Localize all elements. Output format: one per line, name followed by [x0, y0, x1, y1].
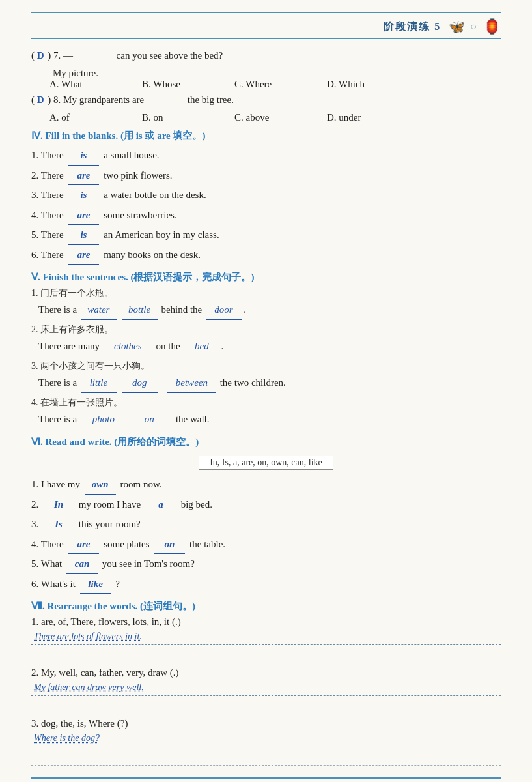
q7-choice-a: A. What [49, 79, 121, 90]
page-title: 阶段演练 5 [384, 20, 441, 34]
q7-choice-d: D. Which [327, 79, 399, 90]
circle-icon: ○ [470, 21, 477, 33]
q8-choice-b: B. on [142, 112, 214, 123]
q8-choice-a: A. of [49, 112, 121, 123]
section4-title: Ⅳ. Fill in the blanks. (用 is 或 are 填空。) [31, 130, 501, 142]
q8-answer-bracket: ( D ) [31, 94, 51, 105]
q7-sub: —My picture. [43, 68, 501, 79]
iv-item-3: 3. There is a water bottle on the desk. [31, 186, 501, 205]
vi-item-3: 3. Is this your room? [31, 515, 501, 534]
vi-item-4: 4. There are some plates on the table. [31, 535, 501, 555]
page-header: 阶段演练 5 🦋 ○ 🏮 [31, 18, 501, 39]
q8-choices: A. of B. on C. above D. under [49, 112, 501, 123]
vii-item-3: 3. dog, the, is, Where (?) Where is the … [31, 718, 501, 765]
word-bank: In, Is, a, are, on, own, can, like [31, 452, 501, 475]
iv-item-6: 6. There are many books on the desk. [31, 246, 501, 265]
q7-answer-bracket: ( D ) [31, 50, 51, 61]
vii-answer-3: Where is the dog? [31, 730, 501, 747]
vii-blank-line-2 [31, 700, 501, 714]
vi-item-2: 2. In my room I have a big bed. [31, 495, 501, 515]
q8-choice-c: C. above [234, 112, 306, 123]
q7-choices: A. What B. Whose C. Where D. Which [49, 79, 501, 90]
section6-title: Ⅵ. Read and write. (用所给的词填空。) [31, 436, 501, 448]
vii-answer-1: There are lots of flowers in it. [31, 628, 501, 645]
q7-choice-c: C. Where [234, 79, 306, 90]
vi-item-6: 6. What's it like ? [31, 575, 501, 594]
butterfly-icon: 🦋 [449, 19, 465, 35]
vi-item-5: 5. What can you see in Tom's room? [31, 555, 501, 574]
v-item-1: 1. 门后有一个水瓶。 There is a water bottle behi… [31, 287, 501, 320]
v-item-2: 2. 床上有许多衣服。 There are many clothes on th… [31, 324, 501, 356]
vii-item-2: 2. My, well, can, father, very, draw (.)… [31, 667, 501, 714]
v-item-4: 4. 在墙上有一张照片。 There is a photo on the wal… [31, 397, 501, 429]
iv-item-5: 5. There is an American boy in my class. [31, 225, 501, 245]
vii-blank-line-1 [31, 649, 501, 663]
vi-item-1: 1. I have my own room now. [31, 475, 501, 495]
q7-prompt: — can you see above the bed? [63, 50, 223, 61]
vii-answer-2: My father can draw very well. [31, 679, 501, 696]
vii-blank-line-3 [31, 751, 501, 766]
q8-choice-d: D. under [327, 112, 399, 123]
v-item-3: 3. 两个小孩之间有一只小狗。 There is a little dog be… [31, 360, 501, 393]
section5-title: Ⅴ. Finish the sentences. (根据汉语提示，完成句子。) [31, 271, 501, 283]
question-7: ( D ) 7. — can you see above the bed? [31, 47, 501, 65]
lamp-icon: 🏮 [483, 18, 501, 35]
iv-item-2: 2. There are two pink flowers. [31, 166, 501, 186]
question-8: ( D ) 8. My grandparents are the big tre… [31, 91, 501, 109]
section7-title: Ⅶ. Rearrange the words. (连词组句。) [31, 600, 501, 613]
iv-item-1: 1. There is a small house. [31, 146, 501, 166]
vii-item-1: 1. are, of, There, flowers, lots, in, it… [31, 616, 501, 663]
q7-choice-b: B. Whose [142, 79, 214, 90]
iv-item-4: 4. There are some strawberries. [31, 206, 501, 225]
q8-prompt: My grandparents are the big tree. [63, 94, 234, 105]
